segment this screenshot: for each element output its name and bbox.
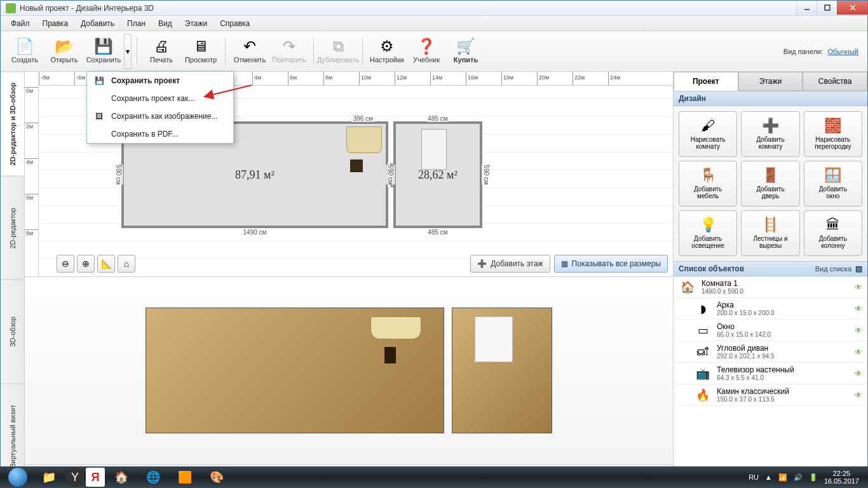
toolbar-undo[interactable]: ↶Отменить — [231, 34, 269, 69]
design-cell-7[interactable]: 🪜Лестницы ивырезы — [741, 210, 799, 256]
plan-2d-controls: ⊖ ⊕ 📐 ⌂ — [57, 255, 135, 273]
design-cell-5[interactable]: 🪟Добавитьокно — [804, 161, 862, 207]
object-row-4[interactable]: 📺Телевизор настенный64.3 x 5.5 x 41.0👁 — [674, 363, 867, 384]
visibility-icon[interactable]: 👁 — [855, 391, 862, 400]
side-tabs: 2D-редактор и 3D-обзор2D-редактор3D-обзо… — [1, 72, 25, 487]
tray-battery-icon[interactable]: 🔋 — [809, 473, 818, 482]
sidetab-0[interactable]: 2D-редактор и 3D-обзор — [1, 72, 24, 176]
menu-этажи[interactable]: Этажи — [179, 17, 214, 30]
design-cell-3[interactable]: 🪑Добавитьмебель — [679, 161, 737, 207]
save-dropdown: 💾Сохранить проектСохранить проект как...… — [86, 71, 234, 144]
taskbar-app2[interactable]: 🟧 — [170, 468, 200, 487]
toolbar-save-split[interactable]: ▾ — [124, 34, 132, 69]
right-tab-1[interactable]: Этажи — [738, 72, 803, 91]
panel-mode: Вид панели: Обычный — [783, 48, 862, 55]
home-button[interactable]: ⌂ — [118, 255, 135, 273]
taskbar-yandex[interactable]: Y — [65, 468, 85, 487]
zoom-out-button[interactable]: ⊖ — [57, 255, 74, 273]
measure-button[interactable]: 📐 — [97, 255, 115, 273]
list-view-toggle[interactable]: Вид списка — [815, 265, 851, 273]
toolbar-dup: ⧉Дублировать — [319, 34, 357, 69]
design-cell-1[interactable]: ➕Добавитькомнату — [741, 111, 799, 157]
object-row-3[interactable]: 🛋Угловой диван292.0 x 202.1 x 94.5👁 — [674, 341, 867, 363]
right-tab-0[interactable]: Проект — [674, 72, 738, 91]
bed-2d[interactable] — [421, 129, 447, 170]
right-tab-2[interactable]: Свойства — [803, 72, 867, 91]
tray-network-icon[interactable]: 📶 — [778, 473, 787, 482]
visibility-icon[interactable]: 👁 — [855, 369, 862, 378]
system-tray: RU ▲ 📶 🔊 🔋 22:25 16.05.2017 — [749, 470, 865, 485]
right-tabs: ПроектЭтажиСвойства — [674, 72, 867, 91]
annotation-arrow — [202, 84, 253, 104]
toolbar-settings[interactable]: ⚙Настройки — [368, 34, 406, 69]
object-row-2[interactable]: ▭Окно66.0 x 15.0 x 142.0👁 — [674, 320, 867, 341]
right-panel: ПроектЭтажиСвойства Дизайн 🖌Нарисоватько… — [673, 72, 867, 487]
objects-header: Список объектов Вид списка ▤ — [674, 261, 867, 276]
taskbar-app[interactable]: 🏠 — [106, 468, 137, 487]
sofa-2d[interactable] — [346, 126, 382, 153]
toolbar-help[interactable]: ❓Учебник — [407, 34, 445, 69]
titlebar: Новый проект - Дизайн Интерьера 3D — [1, 1, 867, 16]
tray-lang[interactable]: RU — [749, 473, 759, 481]
design-cell-8[interactable]: 🏛Добавитьколонну — [804, 210, 862, 256]
dropdown-item-3[interactable]: Сохранить в PDF... — [87, 125, 233, 143]
dropdown-item-2[interactable]: 🖼Сохранить как изображение... — [87, 107, 233, 125]
tray-clock[interactable]: 22:25 16.05.2017 — [824, 470, 859, 485]
toolbar-print[interactable]: 🖨Печать — [142, 34, 180, 69]
menu-правка[interactable]: Правка — [36, 17, 75, 30]
undo-icon: ↶ — [243, 39, 256, 54]
design-cell-0[interactable]: 🖌Нарисоватькомнату — [679, 111, 737, 157]
taskbar-chrome[interactable]: 🌐 — [138, 468, 168, 487]
design-cell-2[interactable]: 🧱Нарисоватьперегородку — [804, 111, 862, 157]
show-dimensions-button[interactable]: ▦Показывать все размеры — [554, 255, 668, 273]
design-cell-6[interactable]: 💡Добавитьосвещение — [679, 210, 737, 256]
menu-добавить[interactable]: Добавить — [74, 17, 121, 30]
taskbar-explorer[interactable]: 📁 — [34, 468, 64, 487]
design-cell-4[interactable]: 🚪Добавитьдверь — [741, 161, 799, 207]
app-icon — [6, 3, 16, 13]
visibility-icon[interactable]: 👁 — [855, 283, 862, 292]
object-row-1[interactable]: ◗Арка200.0 x 15.0 x 200.0👁 — [674, 298, 867, 320]
maximize-button[interactable] — [817, 1, 837, 15]
room-2[interactable]: 28,62 м² 485 см 590 см 590 см 485 см — [393, 121, 482, 228]
sidetab-2[interactable]: 3D-обзор — [1, 280, 24, 384]
menu-файл[interactable]: Файл — [4, 17, 36, 30]
start-button[interactable] — [3, 466, 33, 488]
visibility-icon[interactable]: 👁 — [855, 304, 862, 313]
tv-2d[interactable] — [350, 159, 363, 172]
menu-справка[interactable]: Справка — [214, 17, 256, 30]
tv-3d[interactable] — [384, 347, 396, 363]
close-button[interactable] — [837, 1, 867, 15]
visibility-icon[interactable]: 👁 — [855, 326, 862, 335]
save-icon: 💾 — [94, 39, 113, 54]
toolbar-new[interactable]: 📄Создать — [6, 34, 44, 69]
add-floor-button[interactable]: ➕Добавить этаж — [470, 255, 550, 273]
toolbar-open[interactable]: 📂Открыть — [45, 34, 83, 69]
toolbar-save[interactable]: 💾Сохранить — [85, 34, 123, 69]
taskbar-ya[interactable]: Я — [86, 468, 105, 487]
svg-line-4 — [205, 85, 252, 97]
toolbar-preview[interactable]: 🖥Просмотр — [182, 34, 220, 69]
floor-3d — [146, 308, 552, 435]
buy-icon: 🛒 — [456, 39, 475, 54]
minimize-button[interactable] — [796, 1, 817, 15]
view-3d[interactable] — [25, 276, 673, 464]
taskbar-paint[interactable]: 🎨 — [201, 468, 232, 487]
menu-план[interactable]: План — [121, 17, 152, 30]
tray-sound-icon[interactable]: 🔊 — [794, 473, 803, 482]
visibility-icon[interactable]: 👁 — [855, 348, 862, 356]
toolbar: 📄Создать📂Открыть💾Сохранить▾🖨Печать🖥Просм… — [1, 31, 867, 72]
svg-rect-1 — [825, 5, 830, 10]
tray-flag-icon[interactable]: ▲ — [765, 473, 772, 481]
object-row-5[interactable]: 🔥Камин классический150.0 x 37.0 x 113.5👁 — [674, 384, 867, 406]
bed-3d[interactable] — [475, 316, 513, 362]
sidetab-1[interactable]: 2D-редактор — [1, 176, 24, 280]
window-controls — [796, 1, 867, 15]
zoom-in-button[interactable]: ⊕ — [77, 255, 95, 273]
toolbar-buy[interactable]: 🛒Купить — [447, 34, 485, 69]
object-row-0[interactable]: 🏠Комната 11490.0 x 590.0👁 — [674, 276, 867, 298]
sofa-3d[interactable] — [370, 316, 421, 339]
print-icon: 🖨 — [154, 39, 169, 54]
panel-mode-link[interactable]: Обычный — [827, 48, 858, 55]
menu-вид[interactable]: Вид — [152, 17, 179, 30]
